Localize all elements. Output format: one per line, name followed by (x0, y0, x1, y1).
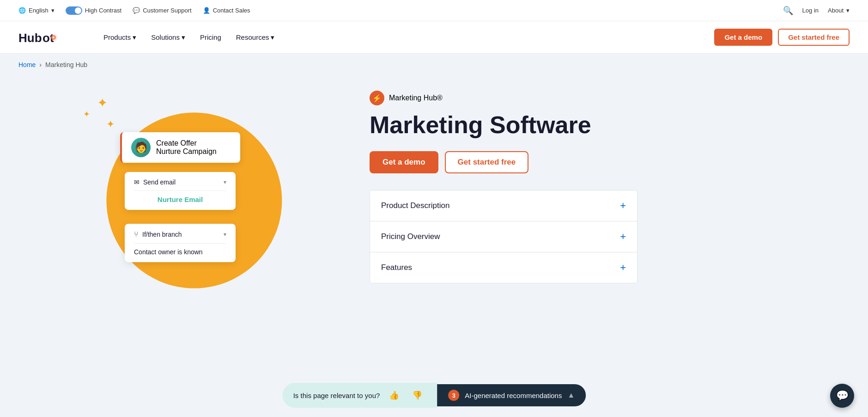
ai-recommendations-section: 3 AI-generated recommendations ▲ (437, 384, 586, 406)
branch-card: ⑂ If/then branch ▾ Contact owner is know… (125, 224, 236, 262)
solutions-chevron-icon: ▾ (182, 33, 185, 42)
breadcrumb: Home › Marketing Hub (0, 54, 868, 72)
main-nav: Hub ot Products ▾ Solutions ▾ Pricing Re… (0, 21, 868, 54)
resources-chevron-icon: ▾ (271, 33, 274, 42)
send-email-card: ✉ Send email ▾ Nurture Email (125, 172, 236, 210)
page-title: Marketing Software (370, 112, 637, 138)
hero-get-started-button[interactable]: Get started free (445, 151, 529, 173)
thumbs-up-button[interactable]: 👍 (385, 388, 403, 402)
branch-card-header: ⑂ If/then branch ▾ (134, 230, 226, 244)
recommendations-chevron-icon[interactable]: ▲ (567, 391, 575, 399)
nav-pricing[interactable]: Pricing (194, 30, 228, 45)
contact-icon: 👤 (203, 7, 210, 14)
feedback-question-section: Is this page relevant to you? 👍 👎 (282, 383, 437, 408)
nurture-email-label: Nurture Email (134, 196, 226, 203)
accordion-pricing-overview-label: Pricing Overview (381, 232, 440, 241)
nav-resources[interactable]: Resources ▾ (230, 30, 281, 45)
accordion-product-description-label: Product Description (381, 201, 449, 210)
login-label: Log in (802, 7, 819, 14)
nav-actions: Get a demo Get started free (714, 29, 850, 46)
nav-solutions-label: Solutions (151, 33, 180, 41)
top-bar-right: 🔍 Log in About ▾ (783, 6, 850, 16)
avatar-image: 🧑 (131, 138, 151, 157)
contact-sales-link[interactable]: 👤 Contact Sales (203, 7, 250, 14)
nav-resources-label: Resources (236, 33, 269, 41)
breadcrumb-current: Marketing Hub (45, 61, 87, 68)
main-content: ✦ ✦ ✦ 🧑 Create Offer Nurture Campaign (0, 72, 868, 345)
offer-campaign-card: 🧑 Create Offer Nurture Campaign (120, 132, 240, 163)
search-icon[interactable]: 🔍 (783, 6, 793, 16)
lightning-icon: ⚡ (370, 91, 384, 105)
logo[interactable]: Hub ot (18, 29, 79, 46)
about-chevron-icon: ▾ (846, 7, 850, 14)
nav-solutions[interactable]: Solutions ▾ (145, 30, 192, 45)
language-chevron-icon: ▾ (51, 7, 55, 14)
workflow-cards: 🧑 Create Offer Nurture Campaign ✉ Send e… (120, 132, 240, 262)
contact-owner-suffix: is known (176, 248, 202, 256)
nav-get-started-button[interactable]: Get started free (778, 29, 850, 46)
send-email-label: Send email (143, 178, 176, 186)
nav-products[interactable]: Products ▾ (97, 30, 143, 45)
accordion-features-label: Features (381, 263, 412, 272)
accordion-product-description-plus-icon: + (620, 201, 626, 211)
hero-buttons: Get a demo Get started free (370, 151, 637, 173)
support-icon: 💬 (133, 7, 140, 14)
branch-dropdown-icon: ▾ (224, 231, 226, 238)
about-label: About (828, 7, 844, 14)
accordion-product-description[interactable]: Product Description + (370, 190, 637, 221)
globe-icon: 🌐 (18, 7, 26, 14)
offer-card-title: Create Offer (156, 139, 217, 147)
contact-sales-label: Contact Sales (213, 7, 250, 14)
svg-text:Hub: Hub (18, 31, 42, 45)
products-chevron-icon: ▾ (133, 33, 136, 42)
top-bar-left: 🌐 English ▾ High Contrast 💬 Customer Sup… (18, 6, 250, 15)
thumbs-down-button[interactable]: 👎 (408, 388, 426, 402)
feedback-question-text: Is this page relevant to you? (293, 392, 380, 399)
sparkle-large-icon: ✦ (97, 95, 108, 110)
nav-pricing-label: Pricing (200, 33, 221, 41)
top-bar: 🌐 English ▾ High Contrast 💬 Customer Sup… (0, 0, 868, 21)
contact-owner-condition: Contact owner is known (134, 248, 226, 256)
contact-owner-text: Contact owner (134, 248, 176, 256)
product-badge: ⚡ Marketing Hub® (370, 91, 637, 105)
branch-icon: ⑂ (134, 230, 139, 239)
accordion-pricing-overview-plus-icon: + (620, 232, 626, 242)
language-label: English (29, 7, 49, 14)
connector-line-2 (180, 210, 181, 224)
feedback-bar: Is this page relevant to you? 👍 👎 3 AI-g… (282, 383, 586, 408)
about-menu[interactable]: About ▾ (828, 7, 850, 14)
accordion-features[interactable]: Features + (370, 252, 637, 283)
svg-point-4 (53, 37, 55, 38)
nav-products-label: Products (103, 33, 131, 41)
if-then-label: If/then branch (142, 231, 182, 238)
chat-bubble-button[interactable]: 💬 (830, 384, 854, 408)
nav-links: Products ▾ Solutions ▾ Pricing Resources… (97, 30, 714, 45)
product-accordion: Product Description + Pricing Overview +… (370, 190, 637, 283)
high-contrast-toggle[interactable]: High Contrast (66, 6, 121, 15)
offer-card-subtitle: Nurture Campaign (156, 147, 217, 156)
email-dropdown-icon: ▾ (224, 179, 226, 185)
badge-label: Marketing Hub® (389, 94, 443, 102)
email-card-header: ✉ Send email ▾ (134, 178, 226, 191)
language-selector[interactable]: 🌐 English ▾ (18, 7, 55, 14)
customer-support-link[interactable]: 💬 Customer Support (133, 7, 192, 14)
ai-recommendations-label: AI-generated recommendations (465, 392, 562, 399)
breadcrumb-separator: › (39, 61, 42, 68)
envelope-icon: ✉ (134, 178, 140, 186)
contrast-toggle-switch[interactable] (66, 6, 82, 15)
hero-content: ⚡ Marketing Hub® Marketing Software Get … (370, 86, 637, 283)
customer-support-label: Customer Support (143, 7, 192, 14)
hero-get-demo-button[interactable]: Get a demo (370, 151, 438, 173)
chat-icon: 💬 (836, 390, 849, 402)
nav-get-demo-button[interactable]: Get a demo (714, 29, 772, 46)
high-contrast-label: High Contrast (85, 7, 121, 14)
sparkle-small-icon: ✦ (83, 109, 90, 119)
accordion-pricing-overview[interactable]: Pricing Overview + (370, 221, 637, 252)
login-link[interactable]: Log in (802, 7, 819, 14)
breadcrumb-home[interactable]: Home (18, 61, 36, 68)
recommendations-badge: 3 (448, 390, 459, 401)
avatar: 🧑 (131, 138, 151, 157)
sparkle-medium-icon: ✦ (106, 118, 115, 130)
hero-illustration: ✦ ✦ ✦ 🧑 Create Offer Nurture Campaign (18, 86, 342, 308)
offer-card-text: Create Offer Nurture Campaign (156, 139, 217, 156)
